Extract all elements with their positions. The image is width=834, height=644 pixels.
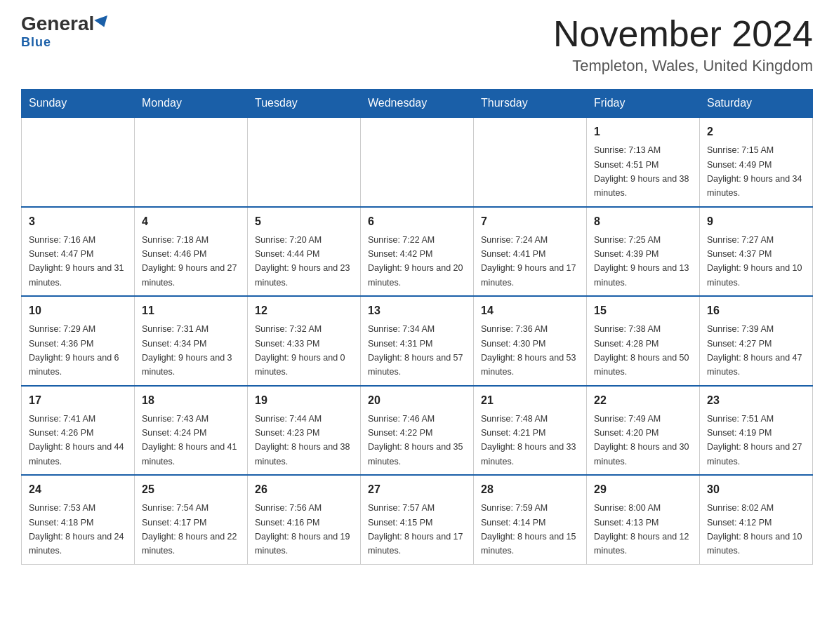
day-info: Sunrise: 8:02 AM Sunset: 4:12 PM Dayligh… bbox=[707, 503, 802, 556]
weekday-header-row: SundayMondayTuesdayWednesdayThursdayFrid… bbox=[22, 90, 813, 118]
day-info: Sunrise: 8:00 AM Sunset: 4:13 PM Dayligh… bbox=[594, 503, 689, 556]
calendar-cell: 24Sunrise: 7:53 AM Sunset: 4:18 PM Dayli… bbox=[22, 475, 135, 564]
day-info: Sunrise: 7:51 AM Sunset: 4:19 PM Dayligh… bbox=[707, 414, 802, 467]
calendar-cell bbox=[474, 117, 587, 207]
day-info: Sunrise: 7:46 AM Sunset: 4:22 PM Dayligh… bbox=[368, 414, 463, 467]
day-info: Sunrise: 7:39 AM Sunset: 4:27 PM Dayligh… bbox=[707, 324, 802, 377]
calendar-cell: 4Sunrise: 7:18 AM Sunset: 4:46 PM Daylig… bbox=[135, 207, 248, 297]
calendar-main-title: November 2024 bbox=[553, 14, 813, 54]
logo-blue-text: Blue bbox=[21, 35, 51, 50]
logo-general-text: General bbox=[21, 14, 110, 34]
calendar-subtitle: Templeton, Wales, United Kingdom bbox=[553, 57, 813, 75]
calendar-title-area: November 2024 Templeton, Wales, United K… bbox=[553, 14, 813, 75]
logo-triangle-icon bbox=[94, 15, 111, 29]
calendar-cell: 30Sunrise: 8:02 AM Sunset: 4:12 PM Dayli… bbox=[700, 475, 813, 564]
calendar-cell: 19Sunrise: 7:44 AM Sunset: 4:23 PM Dayli… bbox=[248, 386, 361, 476]
calendar-cell: 16Sunrise: 7:39 AM Sunset: 4:27 PM Dayli… bbox=[700, 296, 813, 386]
day-number: 3 bbox=[29, 213, 127, 230]
calendar-cell: 5Sunrise: 7:20 AM Sunset: 4:44 PM Daylig… bbox=[248, 207, 361, 297]
day-info: Sunrise: 7:31 AM Sunset: 4:34 PM Dayligh… bbox=[142, 324, 232, 377]
calendar-cell: 11Sunrise: 7:31 AM Sunset: 4:34 PM Dayli… bbox=[135, 296, 248, 386]
calendar-cell: 12Sunrise: 7:32 AM Sunset: 4:33 PM Dayli… bbox=[248, 296, 361, 386]
weekday-header-wednesday: Wednesday bbox=[361, 90, 474, 118]
calendar-week-row: 10Sunrise: 7:29 AM Sunset: 4:36 PM Dayli… bbox=[22, 296, 813, 386]
calendar-cell: 6Sunrise: 7:22 AM Sunset: 4:42 PM Daylig… bbox=[361, 207, 474, 297]
day-info: Sunrise: 7:36 AM Sunset: 4:30 PM Dayligh… bbox=[481, 324, 576, 377]
day-info: Sunrise: 7:20 AM Sunset: 4:44 PM Dayligh… bbox=[255, 235, 350, 288]
day-info: Sunrise: 7:24 AM Sunset: 4:41 PM Dayligh… bbox=[481, 235, 576, 288]
day-number: 6 bbox=[368, 213, 466, 230]
day-info: Sunrise: 7:41 AM Sunset: 4:26 PM Dayligh… bbox=[29, 414, 124, 467]
day-info: Sunrise: 7:56 AM Sunset: 4:16 PM Dayligh… bbox=[255, 503, 350, 556]
weekday-header-friday: Friday bbox=[587, 90, 700, 118]
day-info: Sunrise: 7:25 AM Sunset: 4:39 PM Dayligh… bbox=[594, 235, 689, 288]
day-info: Sunrise: 7:59 AM Sunset: 4:14 PM Dayligh… bbox=[481, 503, 576, 556]
day-number: 30 bbox=[707, 481, 805, 498]
calendar-cell bbox=[361, 117, 474, 207]
day-info: Sunrise: 7:38 AM Sunset: 4:28 PM Dayligh… bbox=[594, 324, 689, 377]
day-info: Sunrise: 7:48 AM Sunset: 4:21 PM Dayligh… bbox=[481, 414, 576, 467]
day-number: 26 bbox=[255, 481, 353, 498]
day-number: 13 bbox=[368, 302, 466, 319]
day-info: Sunrise: 7:49 AM Sunset: 4:20 PM Dayligh… bbox=[594, 414, 689, 467]
day-info: Sunrise: 7:34 AM Sunset: 4:31 PM Dayligh… bbox=[368, 324, 463, 377]
calendar-cell: 27Sunrise: 7:57 AM Sunset: 4:15 PM Dayli… bbox=[361, 475, 474, 564]
weekday-header-tuesday: Tuesday bbox=[248, 90, 361, 118]
calendar-cell bbox=[22, 117, 135, 207]
day-number: 19 bbox=[255, 392, 353, 409]
calendar-week-row: 1Sunrise: 7:13 AM Sunset: 4:51 PM Daylig… bbox=[22, 117, 813, 207]
day-info: Sunrise: 7:15 AM Sunset: 4:49 PM Dayligh… bbox=[707, 145, 802, 198]
calendar-cell: 28Sunrise: 7:59 AM Sunset: 4:14 PM Dayli… bbox=[474, 475, 587, 564]
day-number: 10 bbox=[29, 302, 127, 319]
day-number: 12 bbox=[255, 302, 353, 319]
calendar-cell: 17Sunrise: 7:41 AM Sunset: 4:26 PM Dayli… bbox=[22, 386, 135, 476]
day-info: Sunrise: 7:22 AM Sunset: 4:42 PM Dayligh… bbox=[368, 235, 463, 288]
page-header: General Blue November 2024 Templeton, Wa… bbox=[21, 14, 813, 75]
calendar-cell bbox=[135, 117, 248, 207]
day-number: 4 bbox=[142, 213, 240, 230]
calendar-cell: 26Sunrise: 7:56 AM Sunset: 4:16 PM Dayli… bbox=[248, 475, 361, 564]
calendar-cell: 1Sunrise: 7:13 AM Sunset: 4:51 PM Daylig… bbox=[587, 117, 700, 207]
day-info: Sunrise: 7:32 AM Sunset: 4:33 PM Dayligh… bbox=[255, 324, 345, 377]
day-number: 15 bbox=[594, 302, 692, 319]
weekday-header-sunday: Sunday bbox=[22, 90, 135, 118]
day-number: 22 bbox=[594, 392, 692, 409]
day-info: Sunrise: 7:53 AM Sunset: 4:18 PM Dayligh… bbox=[29, 503, 124, 556]
day-number: 14 bbox=[481, 302, 579, 319]
day-number: 24 bbox=[29, 481, 127, 498]
day-info: Sunrise: 7:18 AM Sunset: 4:46 PM Dayligh… bbox=[142, 235, 237, 288]
day-number: 21 bbox=[481, 392, 579, 409]
calendar-cell: 8Sunrise: 7:25 AM Sunset: 4:39 PM Daylig… bbox=[587, 207, 700, 297]
calendar-cell: 14Sunrise: 7:36 AM Sunset: 4:30 PM Dayli… bbox=[474, 296, 587, 386]
day-info: Sunrise: 7:43 AM Sunset: 4:24 PM Dayligh… bbox=[142, 414, 237, 467]
day-number: 11 bbox=[142, 302, 240, 319]
day-number: 9 bbox=[707, 213, 805, 230]
calendar-cell: 7Sunrise: 7:24 AM Sunset: 4:41 PM Daylig… bbox=[474, 207, 587, 297]
weekday-header-saturday: Saturday bbox=[700, 90, 813, 118]
day-info: Sunrise: 7:29 AM Sunset: 4:36 PM Dayligh… bbox=[29, 324, 119, 377]
calendar-cell: 18Sunrise: 7:43 AM Sunset: 4:24 PM Dayli… bbox=[135, 386, 248, 476]
day-number: 17 bbox=[29, 392, 127, 409]
day-info: Sunrise: 7:27 AM Sunset: 4:37 PM Dayligh… bbox=[707, 235, 802, 288]
day-number: 7 bbox=[481, 213, 579, 230]
day-info: Sunrise: 7:54 AM Sunset: 4:17 PM Dayligh… bbox=[142, 503, 237, 556]
calendar-cell: 13Sunrise: 7:34 AM Sunset: 4:31 PM Dayli… bbox=[361, 296, 474, 386]
calendar-table: SundayMondayTuesdayWednesdayThursdayFrid… bbox=[21, 89, 813, 565]
calendar-week-row: 3Sunrise: 7:16 AM Sunset: 4:47 PM Daylig… bbox=[22, 207, 813, 297]
day-number: 16 bbox=[707, 302, 805, 319]
calendar-cell: 15Sunrise: 7:38 AM Sunset: 4:28 PM Dayli… bbox=[587, 296, 700, 386]
day-number: 28 bbox=[481, 481, 579, 498]
day-info: Sunrise: 7:44 AM Sunset: 4:23 PM Dayligh… bbox=[255, 414, 350, 467]
day-number: 1 bbox=[594, 123, 692, 140]
calendar-cell: 3Sunrise: 7:16 AM Sunset: 4:47 PM Daylig… bbox=[22, 207, 135, 297]
day-info: Sunrise: 7:13 AM Sunset: 4:51 PM Dayligh… bbox=[594, 145, 689, 198]
calendar-cell: 2Sunrise: 7:15 AM Sunset: 4:49 PM Daylig… bbox=[700, 117, 813, 207]
calendar-cell: 10Sunrise: 7:29 AM Sunset: 4:36 PM Dayli… bbox=[22, 296, 135, 386]
calendar-cell: 20Sunrise: 7:46 AM Sunset: 4:22 PM Dayli… bbox=[361, 386, 474, 476]
calendar-week-row: 24Sunrise: 7:53 AM Sunset: 4:18 PM Dayli… bbox=[22, 475, 813, 564]
day-number: 2 bbox=[707, 123, 805, 140]
day-number: 18 bbox=[142, 392, 240, 409]
day-info: Sunrise: 7:16 AM Sunset: 4:47 PM Dayligh… bbox=[29, 235, 124, 288]
day-number: 20 bbox=[368, 392, 466, 409]
day-number: 8 bbox=[594, 213, 692, 230]
